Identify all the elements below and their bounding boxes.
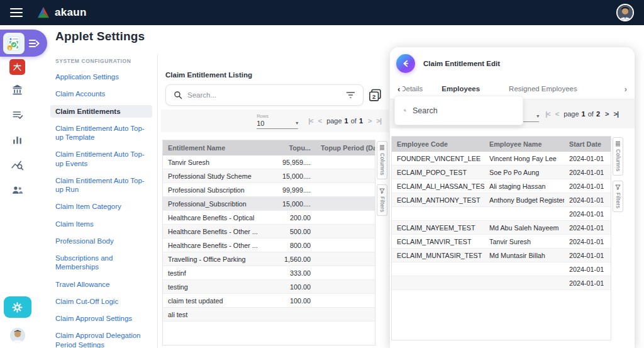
- table-row[interactable]: 2024-01-01: [392, 276, 611, 290]
- next-page-button[interactable]: >: [605, 110, 608, 118]
- sidebar-item[interactable]: Subscriptions and Memberships: [50, 252, 152, 274]
- sidebar-item[interactable]: Claim Item Category: [50, 200, 152, 213]
- claim-app-icon: $: [3, 33, 25, 54]
- sidebar-item[interactable]: Claim Approval Delegation Period Setting…: [50, 329, 152, 348]
- table-row[interactable]: ECLAIM_ALI_HASSAN_TEST Ali staging Hassa…: [392, 179, 611, 193]
- red-app-icon[interactable]: [9, 59, 25, 75]
- table-row[interactable]: ECLAIM_ANTHONY_TEST Anthony Budget Regis…: [392, 193, 611, 207]
- sidebar-item[interactable]: Application Settings: [50, 70, 152, 83]
- columns-panel-toggle[interactable]: Columns: [613, 137, 623, 176]
- filters-panel-toggle[interactable]: Filters: [613, 181, 623, 212]
- cell-employee-name: [484, 279, 564, 287]
- table-row[interactable]: ali test: [163, 308, 375, 322]
- sidebar-item[interactable]: Claim Accounts: [50, 87, 152, 100]
- employees-search-input[interactable]: [413, 106, 514, 115]
- employees-search-box[interactable]: [394, 96, 523, 125]
- column-header-topup-period[interactable]: Topup Period (Days): [316, 144, 375, 152]
- table-row[interactable]: ECLAIM_MUNTASIR_TEST Md Muntasir Billah …: [392, 249, 611, 262]
- cell-employee-name: Md Abu Saleh Nayeem: [484, 224, 564, 232]
- task-list-icon[interactable]: [9, 106, 26, 123]
- prev-page-button[interactable]: <: [318, 117, 321, 125]
- table-row[interactable]: testing 100.00: [163, 280, 375, 294]
- last-page-button[interactable]: >|: [376, 117, 381, 125]
- first-page-button[interactable]: |<: [545, 110, 550, 118]
- sidebar-item[interactable]: Claim Entitlement Auto Top-up Run: [50, 174, 152, 196]
- settings-gear-button[interactable]: [4, 296, 31, 318]
- table-row[interactable]: Healthcare Benefits - Other ... 800.00: [163, 239, 375, 252]
- cell-entitlement-name: Tanvir Suresh: [163, 159, 265, 166]
- next-page-button[interactable]: >: [368, 117, 371, 125]
- table-row[interactable]: ECLAIM_NAYEEM_TEST Md Abu Saleh Nayeem 2…: [392, 221, 611, 235]
- table-row[interactable]: Professional Subscription 99,999....: [163, 183, 375, 197]
- sidebar-item[interactable]: Claim Entitlement Auto Top-up Events: [50, 148, 152, 170]
- cell-topup-period: [316, 200, 375, 208]
- table-row[interactable]: 2024-01-01: [392, 207, 611, 221]
- table-row[interactable]: testinf 333.00: [163, 266, 375, 280]
- cell-topup: 800.00: [265, 242, 316, 249]
- listing-rows-per-page-select[interactable]: Rows 10▾: [257, 113, 298, 129]
- column-header-start-date[interactable]: Start Date: [564, 140, 611, 148]
- sidebar-item[interactable]: Claim Entitlements: [50, 105, 152, 118]
- rows-value: 10: [257, 120, 264, 127]
- cell-entitlement-name: Travelling - Office Parking: [163, 255, 265, 263]
- cell-start-date: 2024-01-01: [564, 182, 611, 190]
- columns-panel-toggle[interactable]: Columns: [377, 141, 387, 179]
- employees-table-body: FOUNDER_VINCENT_LEE Vincent Hong Fay Lee…: [392, 152, 611, 290]
- column-header-employee-code[interactable]: Employee Code: [392, 140, 484, 148]
- table-row[interactable]: Professional Study Scheme 15,000....: [163, 169, 375, 183]
- sidebar-item[interactable]: Claim Cut-Off Logic: [50, 295, 152, 308]
- sidebar-item[interactable]: Claim Approval Settings: [50, 312, 152, 325]
- stacked-pages-icon[interactable]: 2: [369, 89, 382, 102]
- sidebar-item-label: Claim Entitlement Auto Top-up Template: [55, 125, 145, 141]
- table-row[interactable]: ECLAIM_POPO_TEST Soe Po Po Aung 2024-01-…: [392, 166, 611, 179]
- table-row[interactable]: Healthcare Benefits - Other ... 500.00: [163, 225, 375, 239]
- app-launcher-rail: [0, 25, 35, 348]
- back-button[interactable]: [396, 54, 415, 73]
- last-page-button[interactable]: >|: [613, 110, 618, 118]
- table-row[interactable]: claim test updated 100.00: [163, 294, 375, 308]
- analytics-search-icon[interactable]: [9, 157, 26, 174]
- table-row[interactable]: Tanvir Suresh 95,959....: [163, 155, 375, 169]
- column-header-employee-name[interactable]: Employee Name: [484, 140, 564, 148]
- table-row[interactable]: Healthcare Benefits - Optical 200.00: [163, 211, 375, 225]
- users-icon[interactable]: [9, 182, 26, 199]
- table-row[interactable]: FOUNDER_VINCENT_LEE Vincent Hong Fay Lee…: [392, 152, 611, 166]
- column-header-topup[interactable]: Topu...: [265, 144, 316, 152]
- table-row[interactable]: 2024-01-01: [392, 262, 611, 276]
- sidebar-item-label: Application Settings: [55, 73, 119, 81]
- claim-applet-drawer-toggle[interactable]: $: [0, 30, 47, 57]
- sidebar-item[interactable]: Claim Entitlement Auto Top-up Template: [50, 122, 152, 144]
- cell-entitlement-name: Professional_Subscribtion: [163, 200, 265, 208]
- arrow-left-icon: [401, 59, 411, 69]
- tabs-scroll-right-icon[interactable]: ›: [622, 84, 630, 94]
- bar-chart-icon[interactable]: [9, 132, 26, 149]
- profile-avatar[interactable]: [10, 328, 25, 343]
- filters-panel-toggle[interactable]: Filters: [377, 184, 387, 216]
- cell-topup-period: [316, 311, 375, 318]
- cell-employee-code: ECLAIM_POPO_TEST: [392, 169, 484, 176]
- filters-funnel-icon: [615, 184, 621, 190]
- user-avatar[interactable]: [616, 4, 634, 21]
- prev-page-button[interactable]: <: [555, 110, 558, 118]
- svg-text:$: $: [9, 46, 11, 50]
- entitlement-table: Entitlement Name Topu... Topup Period (D…: [162, 140, 375, 345]
- listing-search-box[interactable]: [165, 84, 364, 106]
- sidebar-item[interactable]: Claim Items: [50, 218, 152, 230]
- bank-icon[interactable]: [9, 81, 26, 98]
- sidebar-item[interactable]: Professional Body: [50, 235, 152, 247]
- listing-search-input[interactable]: [187, 91, 341, 99]
- table-row[interactable]: ECLAIM_TANVIR_TEST Tanvir Suresh 2024-01…: [392, 235, 611, 249]
- column-header-entitlement-name[interactable]: Entitlement Name: [163, 144, 265, 152]
- akaun-logo[interactable]: akaun: [36, 6, 87, 19]
- edit-panel-title: Claim Entitlement Edit: [423, 60, 500, 67]
- table-row[interactable]: Professional_Subscribtion 15,000....: [163, 197, 375, 211]
- cell-topup-period: [316, 255, 375, 263]
- cell-topup: 15,000....: [265, 200, 316, 208]
- cell-start-date: 2024-01-01: [564, 224, 611, 232]
- first-page-button[interactable]: |<: [308, 117, 313, 125]
- sidebar-item[interactable]: Travel Allowance: [50, 278, 152, 291]
- tabs-scroll-left-icon[interactable]: ‹: [395, 84, 402, 94]
- table-row[interactable]: Travelling - Office Parking 1,560.00: [163, 252, 375, 266]
- hamburger-menu-icon[interactable]: [10, 8, 23, 17]
- filter-list-icon[interactable]: [346, 91, 355, 99]
